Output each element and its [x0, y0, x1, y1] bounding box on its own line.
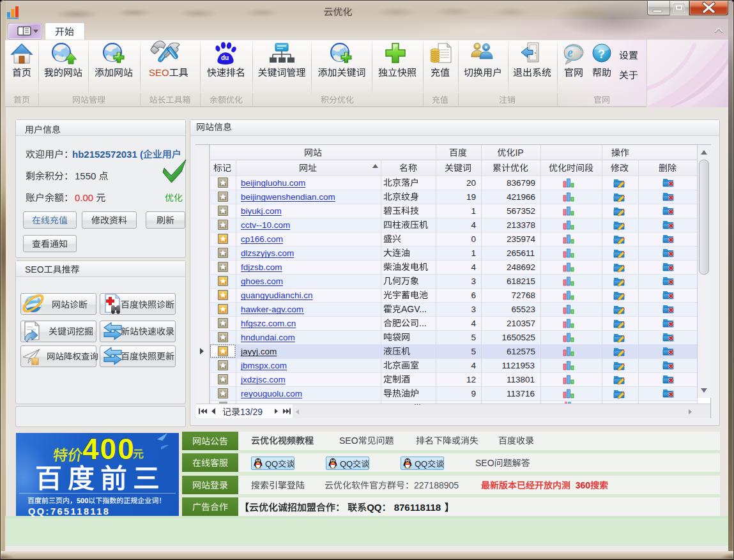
svg-text:SEO: SEO — [25, 264, 44, 275]
svg-text:jxdzjsc.com: jxdzjsc.com — [240, 375, 286, 384]
svg-text:421966: 421966 — [507, 192, 535, 202]
svg-text:265611: 265611 — [507, 248, 535, 258]
svg-text:QQ:765118118: QQ:765118118 — [28, 506, 110, 517]
svg-text:20: 20 — [466, 178, 476, 188]
svg-text:235974: 235974 — [507, 234, 536, 244]
svg-text:biyukj.com: biyukj.com — [241, 206, 282, 216]
svg-text:836799: 836799 — [507, 178, 535, 188]
svg-text:hb2152572031 (: hb2152572031 ( — [72, 149, 143, 160]
svg-text:?: ? — [598, 48, 605, 61]
svg-text:guangyudianchi.cn: guangyudianchi.cn — [241, 291, 313, 300]
svg-text:hndundai.com: hndundai.com — [241, 333, 295, 342]
svg-text:113716: 113716 — [507, 389, 535, 398]
svg-text:6: 6 — [471, 291, 477, 300]
svg-text:QQ: QQ — [265, 459, 278, 469]
svg-text:0.00: 0.00 — [75, 192, 93, 203]
svg-text:cctv--10.com: cctv--10.com — [241, 220, 290, 230]
svg-text:567352: 567352 — [507, 206, 535, 216]
svg-text:4: 4 — [471, 220, 477, 230]
svg-text:QQ: QQ — [415, 459, 427, 469]
svg-text:1550: 1550 — [75, 170, 96, 181]
svg-text:5: 5 — [471, 347, 477, 356]
svg-text:du: du — [221, 54, 229, 61]
svg-text:72768: 72768 — [512, 291, 536, 300]
svg-text:jayyj.com: jayyj.com — [240, 347, 277, 356]
svg-text:dlzszyjys.com: dlzszyjys.com — [241, 248, 294, 258]
svg-text:65523: 65523 — [512, 305, 536, 314]
svg-text:3: 3 — [471, 305, 477, 314]
svg-text:5: 5 — [471, 333, 477, 342]
svg-text:hfgszc.com.cn: hfgszc.com.cn — [241, 319, 296, 328]
svg-text:QQ: QQ — [340, 459, 353, 469]
svg-text:876118118: 876118118 — [392, 502, 444, 513]
svg-text:1121953: 1121953 — [501, 361, 535, 370]
svg-text:500: 500 — [77, 497, 88, 504]
svg-text:4: 4 — [471, 361, 477, 370]
svg-text:hawker-agv.com: hawker-agv.com — [241, 305, 303, 314]
svg-text:113801: 113801 — [507, 375, 535, 384]
svg-text:3: 3 — [471, 276, 477, 286]
svg-text:beijingluohu.com: beijingluohu.com — [241, 178, 305, 188]
svg-text:jbmspx.com: jbmspx.com — [240, 361, 287, 370]
svg-text:9: 9 — [471, 389, 477, 398]
svg-text:SEO: SEO — [339, 435, 358, 446]
svg-text:...: ... — [414, 397, 421, 407]
svg-text:612575: 612575 — [507, 347, 535, 356]
svg-text:210357: 210357 — [507, 319, 535, 328]
svg-text:AGV...: AGV... — [401, 304, 427, 314]
svg-text:227188905: 227188905 — [414, 480, 459, 490]
svg-text:1650525: 1650525 — [501, 333, 535, 342]
svg-text:SEO: SEO — [149, 67, 169, 78]
svg-text:IP: IP — [515, 148, 523, 158]
svg-text:248692: 248692 — [507, 262, 535, 272]
svg-text:4: 4 — [471, 319, 477, 328]
svg-text:400: 400 — [82, 432, 135, 465]
svg-text:...: ... — [419, 318, 427, 328]
svg-text:beijingwenshendian.com: beijingwenshendian.com — [241, 192, 335, 202]
svg-text:4: 4 — [471, 262, 477, 272]
svg-text:360: 360 — [570, 480, 590, 490]
svg-text:13/29: 13/29 — [240, 407, 263, 417]
svg-text:QQ: QQ — [367, 502, 382, 513]
svg-text:19: 19 — [466, 192, 476, 202]
svg-text:ghoes.com: ghoes.com — [241, 276, 283, 286]
svg-text:213378: 213378 — [507, 220, 535, 230]
svg-text:1: 1 — [471, 206, 477, 216]
svg-text:SEO: SEO — [475, 458, 494, 468]
svg-text:618215: 618215 — [507, 276, 535, 286]
svg-text:fdjzsb.com: fdjzsb.com — [241, 262, 282, 272]
svg-text:12: 12 — [466, 375, 476, 384]
svg-text:0: 0 — [471, 234, 477, 244]
svg-text:reyouguolu.com: reyouguolu.com — [241, 389, 302, 398]
svg-text:e: e — [567, 45, 573, 59]
svg-text:cp166.com: cp166.com — [241, 234, 283, 244]
svg-text:1: 1 — [471, 248, 477, 258]
